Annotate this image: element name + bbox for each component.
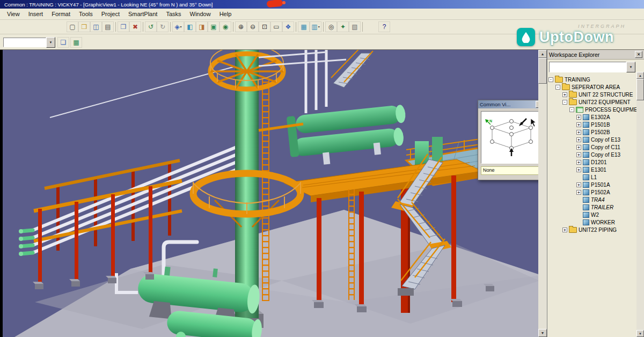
tree-expander[interactable]: + bbox=[576, 130, 581, 135]
tree-expander[interactable]: + bbox=[576, 160, 581, 165]
tree-expander[interactable]: + bbox=[576, 122, 581, 127]
undo-button[interactable]: ↺ bbox=[145, 21, 157, 32]
new-document-button[interactable]: ▢ bbox=[67, 21, 78, 32]
tree-item[interactable]: WORKER bbox=[547, 218, 636, 226]
title-bar[interactable]: Common : TRAINING : VICKY47 - [GraphicVi… bbox=[0, 0, 644, 9]
graphic-view-canvas[interactable]: Common Vi... ✕ bbox=[3, 50, 538, 337]
tree-vertical-scrollbar[interactable]: ▲ ▼ bbox=[636, 72, 644, 337]
tree-expander[interactable]: + bbox=[576, 167, 581, 172]
tree-expander[interactable]: + bbox=[576, 182, 581, 187]
render-mode-button[interactable]: ▣ bbox=[208, 21, 219, 32]
scroll-down-icon[interactable]: ▼ bbox=[538, 329, 547, 337]
workspace-combo-arrow-icon[interactable]: ▼ bbox=[626, 62, 635, 72]
workspace-explorer-header[interactable]: Workspace Explorer ✕ bbox=[547, 50, 644, 60]
format-view-button[interactable]: ▥▾ bbox=[310, 21, 321, 32]
tree-item[interactable]: TRAILER bbox=[547, 203, 636, 211]
tree-item[interactable]: TRA4 bbox=[547, 196, 636, 203]
workspace-filter-input[interactable] bbox=[549, 62, 626, 72]
common-views-dialog[interactable]: Common Vi... ✕ bbox=[478, 100, 538, 180]
tree-expander[interactable]: + bbox=[576, 190, 581, 195]
combo-arrow-icon[interactable]: ▼ bbox=[46, 37, 55, 48]
tree-item[interactable]: + Copy of E13 bbox=[547, 151, 636, 158]
tree-item[interactable]: + E1302A bbox=[547, 113, 636, 121]
menu-format[interactable]: Format bbox=[48, 10, 74, 18]
scroll-up-icon[interactable]: ▲ bbox=[538, 50, 547, 58]
tree-expander[interactable]: - bbox=[562, 100, 567, 105]
common-views-close-button[interactable]: ✕ bbox=[536, 101, 538, 108]
menu-project[interactable]: Project bbox=[98, 10, 123, 18]
tree-item-icon bbox=[555, 77, 563, 83]
style-combo[interactable]: ▼ bbox=[3, 38, 55, 47]
tree-item[interactable]: - SEPERATOR AREA bbox=[547, 83, 636, 91]
tree-item[interactable]: - PROCESS EQUIPMENT bbox=[547, 106, 636, 113]
scrollbar-thumb[interactable] bbox=[636, 79, 644, 100]
help-button[interactable]: ? bbox=[378, 21, 390, 32]
workspace-filter-combo[interactable]: ▼ bbox=[547, 60, 644, 75]
tree-expander[interactable]: + bbox=[576, 137, 581, 142]
tree-item[interactable]: + UNIT22 PIPING bbox=[547, 226, 636, 233]
tree-expander[interactable]: + bbox=[562, 92, 567, 97]
viewport-vertical-scrollbar[interactable]: ▲ ▼ bbox=[538, 50, 547, 337]
tree-item[interactable]: + P1502B bbox=[547, 128, 636, 136]
pan-button[interactable]: ❖ bbox=[282, 21, 294, 32]
dropdown-arrow-icon: ▾ bbox=[318, 25, 320, 28]
scroll-down-icon[interactable]: ▼ bbox=[636, 330, 644, 337]
filter-button[interactable]: ▦ bbox=[70, 37, 82, 48]
redo-button[interactable]: ↻ bbox=[157, 21, 169, 32]
measure-button[interactable]: ✦ bbox=[337, 21, 349, 32]
menu-smartplant[interactable]: SmartPlant bbox=[125, 10, 161, 18]
tree-item[interactable]: + UNIT 22 STRUCTURE bbox=[547, 91, 636, 98]
clip-volume-button[interactable]: ▧ bbox=[349, 21, 361, 32]
tree-item-label: Copy of E13 bbox=[591, 137, 620, 143]
tree-expander[interactable]: + bbox=[576, 152, 581, 157]
tree-item[interactable]: + P1502A bbox=[547, 188, 636, 196]
tree-expander[interactable]: + bbox=[562, 228, 567, 232]
tree-expander[interactable]: + bbox=[576, 115, 581, 120]
tree-expander[interactable]: + bbox=[576, 145, 581, 150]
menu-tools[interactable]: Tools bbox=[75, 10, 97, 18]
delete-button[interactable]: ✖ bbox=[129, 21, 141, 32]
common-views-cube[interactable]: N bbox=[481, 111, 538, 164]
tree-item[interactable]: + E1301 bbox=[547, 166, 636, 173]
tree-item-label: E1302A bbox=[591, 114, 610, 120]
tree-item[interactable]: + Copy of E13 bbox=[547, 136, 636, 143]
view-orientation-button[interactable]: ◈▾ bbox=[172, 21, 184, 32]
scroll-up-icon[interactable]: ▲ bbox=[636, 72, 644, 79]
menu-help[interactable]: Help bbox=[216, 10, 236, 18]
scrollbar-track[interactable] bbox=[636, 100, 644, 330]
tree-item[interactable]: + Copy of C11 bbox=[547, 143, 636, 151]
locate-filter-button[interactable]: ◎ bbox=[325, 21, 337, 32]
tree-item[interactable]: W2 bbox=[547, 211, 636, 218]
named-views-button[interactable]: ◨ bbox=[196, 21, 208, 32]
copy-button[interactable]: ❐ bbox=[118, 21, 129, 32]
tree-item[interactable]: + D1201 bbox=[547, 158, 636, 166]
menu-tasks[interactable]: Tasks bbox=[162, 10, 185, 18]
print-button[interactable]: ▤ bbox=[102, 21, 114, 32]
tree-item[interactable]: + P1501A bbox=[547, 181, 636, 188]
scrollbar-track[interactable] bbox=[538, 84, 547, 329]
common-views-button[interactable]: ◧ bbox=[184, 21, 196, 32]
window-area-button[interactable]: ▦ bbox=[298, 21, 310, 32]
open-button[interactable]: ❒ bbox=[78, 21, 90, 32]
style-combo-input[interactable] bbox=[3, 38, 46, 47]
tree-item[interactable]: - UNIT22 EQUIPMENT bbox=[547, 98, 636, 106]
workspace-explorer-close-button[interactable]: ✕ bbox=[635, 51, 642, 58]
scrollbar-thumb[interactable] bbox=[538, 58, 547, 84]
tree-expander[interactable]: - bbox=[555, 85, 560, 90]
zoom-area-button[interactable]: ⊡ bbox=[259, 21, 270, 32]
save-button[interactable]: ◫ bbox=[90, 21, 102, 32]
tree-item[interactable]: + P1501B bbox=[547, 121, 636, 128]
menu-window[interactable]: Window bbox=[186, 10, 215, 18]
menu-insert[interactable]: Insert bbox=[25, 10, 47, 18]
zoom-in-button[interactable]: ⊕ bbox=[235, 21, 247, 32]
menu-view[interactable]: View bbox=[3, 10, 24, 18]
tree-expander[interactable]: - bbox=[569, 107, 574, 112]
refresh-view-button[interactable]: ◉ bbox=[219, 21, 231, 32]
tree-item[interactable]: - TRAINING bbox=[547, 76, 636, 83]
fit-view-button[interactable]: ▭ bbox=[270, 21, 282, 32]
common-views-title-bar[interactable]: Common Vi... ✕ bbox=[478, 100, 538, 108]
workspace-explorer-button[interactable]: ❏ bbox=[57, 37, 69, 48]
tree-item[interactable]: L1 bbox=[547, 173, 636, 181]
zoom-out-button[interactable]: ⊖ bbox=[247, 21, 259, 32]
tree-expander[interactable]: - bbox=[548, 77, 553, 82]
